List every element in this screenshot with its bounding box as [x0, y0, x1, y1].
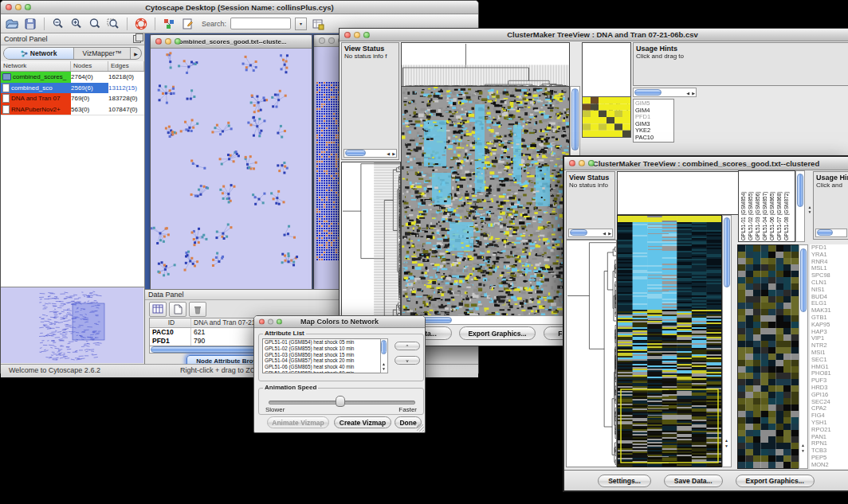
create-vizmap-button[interactable]: Create Vizmap: [334, 416, 391, 428]
dialog-map-colors: Map Colors to Network Attribute List GPL…: [253, 315, 426, 433]
search-input[interactable]: [230, 18, 291, 29]
gene-label[interactable]: MON2: [811, 462, 848, 469]
zoom-window-icon[interactable]: [363, 32, 370, 38]
view-status-scrollbar[interactable]: ◀ ▶: [344, 149, 397, 158]
close-icon[interactable]: [155, 38, 162, 45]
delete-attribute-icon[interactable]: [189, 302, 206, 317]
vizmapper-icon[interactable]: [162, 17, 176, 31]
save-session-icon[interactable]: [23, 17, 37, 31]
cytoscape-titlebar[interactable]: Cytoscape Desktop (Session Name: collins…: [1, 1, 478, 14]
import-table-icon[interactable]: [311, 17, 325, 31]
minimize-icon[interactable]: [15, 4, 22, 10]
resize-grip[interactable]: [417, 424, 424, 432]
scroll-right-icon[interactable]: ▶: [692, 91, 695, 96]
speed-slider-thumb[interactable]: [336, 396, 345, 407]
control-panel: Control Panel Network VizMapper™ ▶ Netwo…: [1, 33, 145, 364]
export-graphics-button[interactable]: Export Graphics...: [459, 326, 536, 340]
search-dropdown-icon[interactable]: ▾: [295, 18, 307, 30]
dialog-title: Map Colors to Network: [300, 318, 379, 326]
network-table-row[interactable]: DNA and Tran 07 769(0) 183728(0): [1, 93, 144, 104]
scroll-up-icon[interactable]: ▲: [724, 438, 728, 443]
move-up-button[interactable]: ^: [395, 342, 420, 350]
network-overview[interactable]: [1, 287, 144, 364]
zoom-window-icon[interactable]: [25, 4, 31, 10]
network-tree-icon: [21, 50, 28, 57]
row-dendrogram[interactable]: [566, 240, 617, 467]
scroll-left-icon[interactable]: ◀: [603, 231, 606, 236]
attribute-list[interactable]: GPL51-01 (GSM854) heat shock 05 minGPL51…: [262, 338, 388, 373]
network-view-window[interactable]: combined_scores_good.txt--cluste...: [150, 34, 312, 289]
dialog-titlebar[interactable]: Map Colors to Network: [254, 316, 425, 328]
scroll-down-icon[interactable]: ▼: [801, 448, 805, 453]
attribute-item[interactable]: GPL51-06 (GSM865) heat shock 40 min: [263, 364, 387, 370]
minimize-icon[interactable]: [165, 38, 171, 45]
treeview2-action-button[interactable]: Save Data...: [664, 475, 723, 487]
column-dendrogram[interactable]: [401, 42, 570, 88]
tabs-more-icon[interactable]: ▶: [131, 48, 141, 59]
new-attribute-icon[interactable]: [169, 302, 186, 317]
usage-hints-scrollbar[interactable]: [815, 229, 847, 237]
scroll-down-icon[interactable]: ▼: [382, 366, 386, 371]
attribute-select-icon[interactable]: [149, 302, 167, 317]
annotation-icon[interactable]: [180, 17, 194, 31]
scroll-left-icon[interactable]: ◀: [387, 151, 390, 156]
condition-label: GPL51-03 (GSM856): [754, 172, 761, 240]
heatmap-main[interactable]: [617, 215, 722, 467]
zoom-fit-icon[interactable]: [88, 17, 102, 31]
minimize-icon[interactable]: [328, 37, 335, 44]
scroll-right-icon[interactable]: ▶: [392, 151, 395, 156]
window-treeview-combined: ClusterMaker TreeView : combined_scores_…: [563, 155, 848, 492]
minimize-icon[interactable]: [579, 160, 585, 166]
scroll-up-icon[interactable]: ▲: [801, 443, 805, 447]
close-icon[interactable]: [344, 32, 351, 38]
treeview1-titlebar[interactable]: ClusterMaker TreeView : DNA and Tran 07-…: [340, 29, 848, 41]
zoom-selected-icon[interactable]: [106, 17, 120, 31]
minimize-icon[interactable]: [268, 319, 273, 325]
animation-speed-group: Animation Speed Slower Faster: [258, 388, 424, 415]
zoom-window-icon[interactable]: [277, 319, 282, 325]
scroll-left-icon[interactable]: ◀: [686, 91, 689, 96]
zoom-window-icon[interactable]: [175, 38, 181, 45]
heatmap-vscrollbar[interactable]: ▲ ▼: [722, 215, 732, 467]
scroll-down-icon[interactable]: ▼: [724, 443, 728, 448]
close-icon[interactable]: [6, 4, 12, 10]
heatmap-main[interactable]: [401, 86, 570, 318]
network-table-row[interactable]: combined_scores_ 2764(0) 16218(0): [1, 72, 144, 83]
attribute-item[interactable]: GPL51-03 (GSM856) heat shock 15 min: [263, 352, 387, 358]
zoom-heatmap[interactable]: [737, 244, 799, 469]
network-table-row[interactable]: combined_sco 2569(6) 13112(15): [1, 83, 144, 94]
move-down-button[interactable]: v: [395, 356, 420, 365]
attribute-item[interactable]: GPL51-02 (GSM855) heat shock 10 min: [263, 346, 387, 352]
condition-labels-scrollbar[interactable]: [795, 170, 805, 242]
animate-vizmap-button[interactable]: Animate Vizmap: [267, 416, 329, 428]
control-panel-title: Control Panel: [4, 35, 48, 43]
open-file-icon[interactable]: [5, 17, 19, 31]
float-panel-icon[interactable]: [133, 35, 141, 43]
close-icon[interactable]: [259, 319, 265, 325]
zoom-panel-scrollbar[interactable]: ◀ ▶: [633, 88, 697, 97]
network-table-row[interactable]: RNAPuberNov2+ 563(0) 107847(0): [1, 104, 144, 115]
treeview2-action-button[interactable]: Export Graphics...: [736, 475, 815, 487]
close-icon[interactable]: [319, 37, 325, 44]
row-dendrogram[interactable]: [341, 162, 401, 329]
zoom-heatmap-matrix[interactable]: [582, 96, 631, 138]
attribute-list-scrollbar[interactable]: ▲ ▼: [380, 338, 388, 373]
minimize-icon[interactable]: [354, 32, 360, 38]
network-canvas[interactable]: [151, 49, 312, 290]
view-status-scrollbar[interactable]: ◀ ▶: [568, 229, 613, 237]
attribute-item[interactable]: GPL51-07 (GSM868) heat shock 60 min: [263, 370, 387, 373]
zoom-window-icon[interactable]: [588, 160, 595, 166]
column-dendrogram[interactable]: [617, 171, 740, 215]
treeview2-titlebar[interactable]: ClusterMaker TreeView : combined_scores_…: [564, 157, 848, 170]
tab-network[interactable]: Network: [4, 48, 74, 59]
attribute-item[interactable]: GPL51-01 (GSM854) heat shock 05 min: [263, 339, 387, 346]
close-icon[interactable]: [569, 160, 575, 166]
scroll-right-icon[interactable]: ▶: [608, 231, 611, 236]
attribute-item[interactable]: GPL51-04 (GSM857) heat shock 20 min: [263, 357, 387, 364]
zoom-in-icon[interactable]: [69, 17, 84, 31]
gene-list-scrollbar[interactable]: ▲ ▼: [799, 244, 808, 469]
zoom-out-icon[interactable]: [51, 17, 65, 31]
tab-vizmapper[interactable]: VizMapper™: [74, 48, 131, 59]
treeview2-action-button[interactable]: Settings...: [598, 475, 651, 487]
help-lifesaver-icon[interactable]: [134, 17, 148, 31]
